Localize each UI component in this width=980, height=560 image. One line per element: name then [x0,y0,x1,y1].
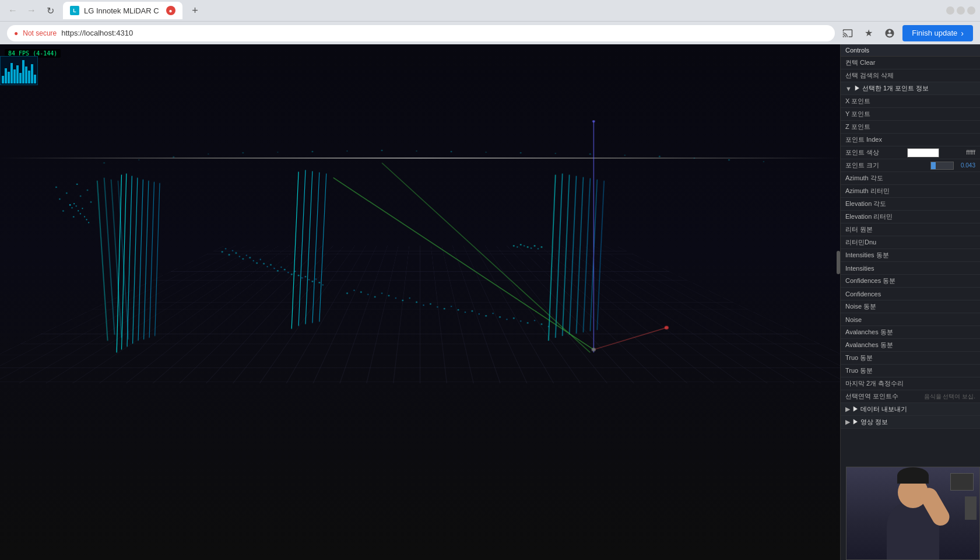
svg-point-119 [513,317,515,318]
avalanches-dong1-label: Avalanches 동분 [845,328,938,337]
avalanches-dong2-row: Avalanches 동분 [841,339,980,352]
selected-area-points-label: 선택연역 포인트수 [845,392,922,401]
finish-update-button[interactable]: Finish update › [902,25,973,41]
svg-point-88 [301,277,303,278]
size-value: 0.043 [955,162,975,169]
browser-tab-active[interactable]: L LG Innotek MLiDAR C ● [63,2,182,19]
svg-point-132 [538,249,539,250]
confidences-row: Confidences [841,288,980,300]
svg-point-71 [242,258,244,260]
wbar-7 [19,73,22,83]
svg-point-102 [395,298,396,299]
browser-toolbar: ● Not secure https://localhost:4310 ★ Fi… [0,21,980,44]
wbar-3 [8,72,10,83]
color-hex-value: ffffff [940,149,975,156]
wbar-4 [10,63,13,83]
selected-area-points-value: 음식을 선택여 보십. [924,393,975,401]
svg-point-5 [277,152,278,153]
close-button[interactable] [967,6,975,15]
svg-rect-28 [62,211,64,212]
svg-rect-42 [86,219,87,220]
svg-point-86 [294,271,296,272]
back-button[interactable]: ← [5,2,21,19]
svg-point-120 [520,320,521,321]
svg-point-96 [353,290,354,291]
data-export-section[interactable]: ▶ ▶ 데이터 내보내기 [841,403,980,416]
wbar-12 [34,75,36,83]
viewport-scrollbar[interactable] [837,251,840,274]
point-size-label: 포인트 크기 [845,161,928,170]
svg-point-77 [263,263,265,264]
svg-rect-26 [80,195,81,197]
truo-dong1-row: Truo 동분 [841,352,980,365]
svg-line-55 [312,172,319,323]
cast-icon-button[interactable] [840,25,856,41]
svg-line-51 [155,183,160,336]
svg-point-98 [367,294,368,295]
svg-point-73 [249,257,251,258]
video-info-section[interactable]: ▶ ▶ 영상 정보 [841,416,980,429]
svg-point-103 [402,300,403,301]
new-tab-button[interactable]: + [187,2,203,19]
svg-point-9 [416,150,417,152]
wbar-9 [25,66,27,83]
controls-header[interactable]: Controls [841,44,980,57]
size-bar[interactable] [930,162,954,170]
tab-close-button[interactable]: ● [166,6,175,15]
svg-point-125 [513,245,515,246]
bookmark-icon-button[interactable]: ★ [860,25,877,41]
y-point-label: Y 포인트 [845,110,938,118]
svg-line-64 [597,181,604,330]
svg-line-50 [149,182,154,338]
section-arrow-icon: ▼ [845,85,852,92]
security-label: Not secure [23,29,57,37]
profile-icon-button[interactable] [881,25,898,41]
intensities-dong-row: Intensities 동분 [841,249,980,262]
svg-point-16 [659,156,661,157]
intensities-label: Intensities [845,265,938,272]
wbar-6 [16,65,19,83]
svg-line-59 [563,175,570,336]
svg-point-94 [322,285,324,286]
point-color-input[interactable]: ffffff [907,148,975,158]
panel-scroll-area[interactable]: 컨텍 Clear 선택 검색의 삭제 ▼ ▶ 선택한 1개 포인트 정보 X 포… [841,57,980,560]
svg-point-74 [252,260,254,261]
svg-point-100 [381,293,382,294]
point-size-input[interactable]: 0.043 [930,162,975,170]
svg-line-136 [593,328,666,350]
color-swatch[interactable] [907,148,939,158]
svg-point-14 [589,153,591,155]
wbar-2 [5,68,7,83]
svg-point-133 [540,246,542,247]
finish-update-label: Finish update [912,29,957,37]
forward-button[interactable]: → [23,2,40,19]
svg-point-93 [318,282,320,283]
svg-line-46 [127,176,132,347]
svg-point-83 [284,269,286,270]
browser-frame: ← → ↻ L LG Innotek MLiDAR C ● + ● Not se… [0,0,980,560]
svg-point-131 [534,245,536,246]
selected-area-points-row: 선택연역 포인트수 음식을 선택여 보십. [841,390,980,403]
svg-point-4 [242,152,244,153]
last-2-measurements-label: 마지막 2개 측정수리 [845,379,938,388]
refresh-button[interactable]: ↻ [42,2,58,19]
maximize-button[interactable] [957,6,965,15]
svg-rect-21 [66,192,67,194]
delete-selection-row: 선택 검색의 삭제 [841,69,980,82]
confidences-dong-row: Confidences 동분 [841,275,980,288]
svg-point-118 [506,318,507,320]
azimuth-return-row: Azimuth 리터민 [841,185,980,198]
last-2-measurements-row: 마지막 2개 측정수리 [841,377,980,390]
viewport-3d[interactable]: 84 FPS (4-144) [0,44,840,560]
svg-line-49 [144,181,149,340]
address-bar[interactable]: ● Not secure https://localhost:4310 [7,25,835,41]
selected-point-section[interactable]: ▼ ▶ 선택한 1개 포인트 정보 [841,82,980,95]
elevation-return-label: Elevation 리터민 [845,212,938,221]
svg-point-2 [173,156,174,158]
minimize-button[interactable] [946,6,954,15]
clear-label: 컨텍 Clear [845,58,975,67]
svg-point-66 [225,249,226,250]
svg-line-52 [291,172,298,328]
avalanches-dong2-label: Avalanches 동분 [845,341,938,349]
svg-line-60 [570,176,577,335]
